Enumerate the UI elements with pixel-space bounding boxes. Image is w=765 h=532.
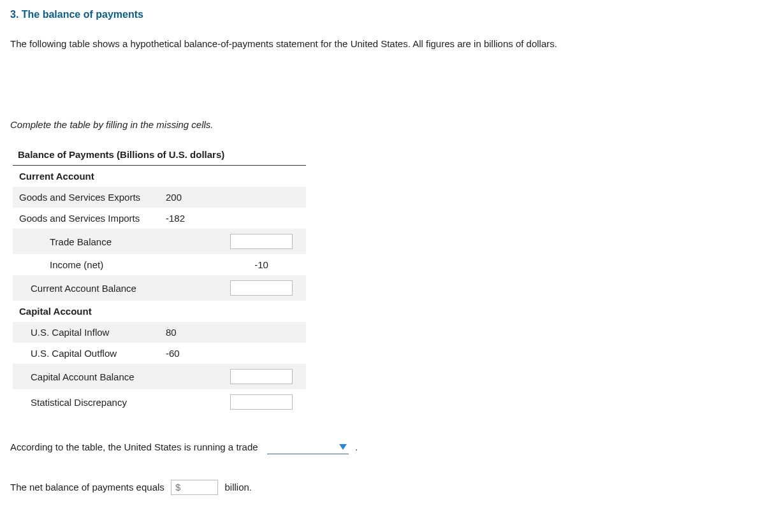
q2-prefix: The net balance of payments equals [10, 482, 164, 492]
goods-exports-value: 200 [159, 187, 217, 208]
q1-period: . [355, 442, 358, 452]
dollar-sign-icon: $ [175, 482, 180, 492]
question-1-line: According to the table, the United State… [10, 442, 755, 454]
trade-balance-label: Trade Balance [13, 229, 159, 254]
current-account-balance-input[interactable] [230, 280, 293, 296]
goods-imports-value: -182 [159, 208, 217, 229]
trade-balance-input[interactable] [230, 234, 293, 249]
table-header: Balance of Payments (Billions of U.S. do… [13, 145, 306, 166]
capital-outflow-label: U.S. Capital Outflow [13, 343, 159, 364]
capital-account-balance-input[interactable] [230, 369, 293, 384]
capital-account-heading: Capital Account [13, 301, 159, 322]
goods-exports-label: Goods and Services Exports [13, 187, 159, 208]
intro-text: The following table shows a hypothetical… [10, 38, 755, 49]
question-2-line: The net balance of payments equals $ bil… [10, 480, 755, 495]
goods-imports-label: Goods and Services Imports [13, 208, 159, 229]
income-net-value: -10 [217, 254, 306, 275]
current-account-balance-label: Current Account Balance [13, 275, 159, 301]
net-balance-input[interactable] [183, 482, 214, 493]
capital-account-balance-label: Capital Account Balance [13, 364, 159, 389]
svg-marker-0 [339, 444, 347, 450]
question-title: 3. The balance of payments [10, 9, 755, 20]
statistical-discrepancy-label: Statistical Discrepancy [13, 389, 159, 415]
net-balance-input-wrapper[interactable]: $ [171, 480, 218, 495]
q2-suffix: billion. [225, 482, 252, 492]
balance-of-payments-table: Balance of Payments (Billions of U.S. do… [13, 145, 306, 415]
current-account-heading: Current Account [13, 166, 159, 187]
income-net-label: Income (net) [13, 254, 159, 275]
instruction-text: Complete the table by filling in the mis… [10, 119, 755, 130]
q1-prefix: According to the table, the United State… [10, 442, 258, 452]
statistical-discrepancy-input[interactable] [230, 394, 293, 410]
trade-direction-dropdown[interactable] [267, 442, 349, 454]
capital-outflow-value: -60 [159, 343, 217, 364]
capital-inflow-label: U.S. Capital Inflow [13, 322, 159, 343]
chevron-down-icon [339, 443, 347, 450]
capital-inflow-value: 80 [159, 322, 217, 343]
